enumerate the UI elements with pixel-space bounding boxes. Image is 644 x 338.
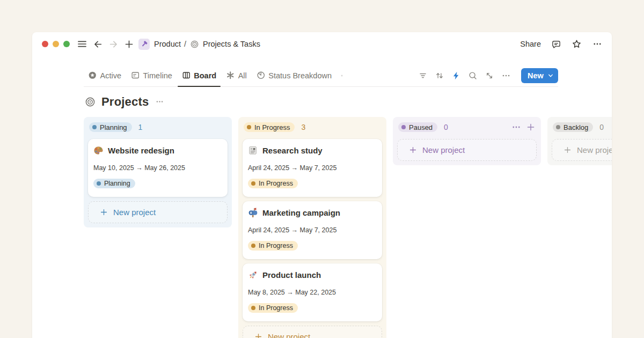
board-column-backlog: Backlog0New project xyxy=(547,117,612,165)
app-window: Product / Projects & Tasks Share ActiveT… xyxy=(32,32,612,338)
breadcrumb-page[interactable]: Projects & Tasks xyxy=(203,40,260,48)
card-status-label: In Progress xyxy=(259,304,293,312)
traffic-lights xyxy=(42,41,70,47)
column-header: Backlog0 xyxy=(553,122,612,132)
minimize-window-button[interactable] xyxy=(53,41,59,47)
card-status-label: In Progress xyxy=(259,180,293,187)
back-icon[interactable] xyxy=(92,38,103,50)
column-count: 3 xyxy=(301,123,305,131)
search-icon[interactable] xyxy=(468,71,478,80)
board: Planning1Website redesignMay 10, 2025 → … xyxy=(32,117,612,338)
status-dot xyxy=(251,306,255,310)
filter-icon[interactable] xyxy=(418,71,428,80)
status-dot xyxy=(92,125,97,129)
new-button[interactable]: New xyxy=(521,68,558,83)
project-card[interactable]: Website redesignMay 10, 2025 → May 26, 2… xyxy=(88,139,228,197)
rocket-emoji xyxy=(248,270,258,280)
column-more-icon[interactable] xyxy=(511,122,521,132)
add-view-icon[interactable] xyxy=(336,70,347,82)
tab-label: Timeline xyxy=(143,71,172,80)
column-label: Planning xyxy=(100,123,127,131)
column-status-pill[interactable]: Backlog xyxy=(553,122,593,132)
column-count: 0 xyxy=(444,123,448,131)
view-actions: New xyxy=(418,68,558,83)
card-date-range: April 24, 2025 → May 7, 2025 xyxy=(248,164,376,172)
view-more-icon[interactable] xyxy=(501,71,511,80)
new-page-icon[interactable] xyxy=(123,38,134,50)
card-date-range: April 24, 2025 → May 7, 2025 xyxy=(248,226,376,234)
expand-icon[interactable] xyxy=(485,71,494,80)
card-status-pill: In Progress xyxy=(248,303,298,313)
comments-icon[interactable] xyxy=(551,38,561,50)
new-button-label: New xyxy=(528,71,544,80)
tab-label: Active xyxy=(100,71,122,80)
new-project-label: New project xyxy=(113,208,156,217)
tab-label: Board xyxy=(194,71,216,80)
tab-all[interactable]: All xyxy=(221,64,252,86)
page-title: Projects xyxy=(101,95,149,109)
project-card[interactable]: Research studyApril 24, 2025 → May 7, 20… xyxy=(243,139,382,197)
breadcrumb-workspace[interactable]: Product xyxy=(154,40,181,48)
forward-icon[interactable] xyxy=(108,38,119,50)
title-more-icon[interactable] xyxy=(155,97,164,106)
project-card[interactable]: Product launchMay 8, 2025 → May 22, 2025… xyxy=(243,263,382,321)
view-tabs-row: ActiveTimelineBoardAllStatus Breakdown N… xyxy=(84,64,558,87)
card-date-range: May 8, 2025 → May 22, 2025 xyxy=(248,289,376,296)
new-project-label: New project xyxy=(268,332,310,338)
zoom-window-button[interactable] xyxy=(63,41,70,47)
sidebar-menu-icon[interactable] xyxy=(77,38,87,50)
target-icon xyxy=(190,40,199,49)
window-more-icon[interactable] xyxy=(592,38,602,50)
tab-label: All xyxy=(238,71,247,80)
project-card[interactable]: Marketing campaignApril 24, 2025 → May 7… xyxy=(243,201,382,259)
lightning-icon[interactable] xyxy=(451,71,461,80)
card-status-label: Planning xyxy=(104,180,130,187)
status-dot xyxy=(247,125,251,129)
card-status-label: In Progress xyxy=(259,242,293,249)
favorite-star-icon[interactable] xyxy=(572,38,582,50)
new-project-button[interactable]: New project xyxy=(552,139,612,161)
tab-label: Status Breakdown xyxy=(268,71,332,80)
page-title-row: Projects xyxy=(85,94,612,109)
mailbox-emoji xyxy=(248,208,258,218)
column-status-pill[interactable]: In Progress xyxy=(244,122,295,132)
starred-circle-icon xyxy=(88,71,97,80)
new-project-label: New project xyxy=(422,145,465,155)
tab-active[interactable]: Active xyxy=(83,64,126,86)
view-tabs: ActiveTimelineBoardAllStatus Breakdown xyxy=(83,64,336,86)
card-title: Website redesign xyxy=(108,146,174,155)
card-title: Marketing campaign xyxy=(262,208,340,217)
pie-chart-icon xyxy=(257,71,266,80)
timeline-icon xyxy=(131,71,140,80)
column-count: 0 xyxy=(599,123,604,131)
new-project-button[interactable]: New project xyxy=(243,326,382,338)
share-button[interactable]: Share xyxy=(520,40,541,48)
column-header: Planning1 xyxy=(89,122,226,132)
new-project-label: New project xyxy=(577,145,612,155)
new-project-button[interactable]: New project xyxy=(88,201,228,223)
status-dot xyxy=(97,181,101,186)
column-label: Paused xyxy=(409,123,433,131)
artist-palette-emoji xyxy=(93,145,104,156)
card-status-pill: In Progress xyxy=(248,241,298,251)
target-icon xyxy=(85,97,96,107)
sort-icon[interactable] xyxy=(435,71,444,80)
column-label: Backlog xyxy=(564,123,588,131)
card-date-range: May 10, 2025 → May 26, 2025 xyxy=(93,164,221,172)
chevron-down-icon[interactable] xyxy=(547,72,554,79)
workspace-icon[interactable] xyxy=(138,39,150,50)
card-status-pill: In Progress xyxy=(248,179,298,188)
column-header: Paused0 xyxy=(398,122,536,132)
card-title: Product launch xyxy=(262,270,321,280)
breadcrumb: Product / Projects & Tasks xyxy=(154,40,260,49)
status-dot xyxy=(556,125,560,129)
tab-timeline[interactable]: Timeline xyxy=(126,64,177,86)
board-column-paused: Paused0New project xyxy=(393,117,541,165)
tab-board[interactable]: Board xyxy=(177,64,221,86)
close-window-button[interactable] xyxy=(42,41,48,47)
new-project-button[interactable]: New project xyxy=(397,139,537,161)
tab-status-breakdown[interactable]: Status Breakdown xyxy=(252,64,336,86)
column-add-icon[interactable] xyxy=(526,122,536,132)
column-status-pill[interactable]: Planning xyxy=(89,122,132,132)
column-status-pill[interactable]: Paused xyxy=(398,122,437,132)
